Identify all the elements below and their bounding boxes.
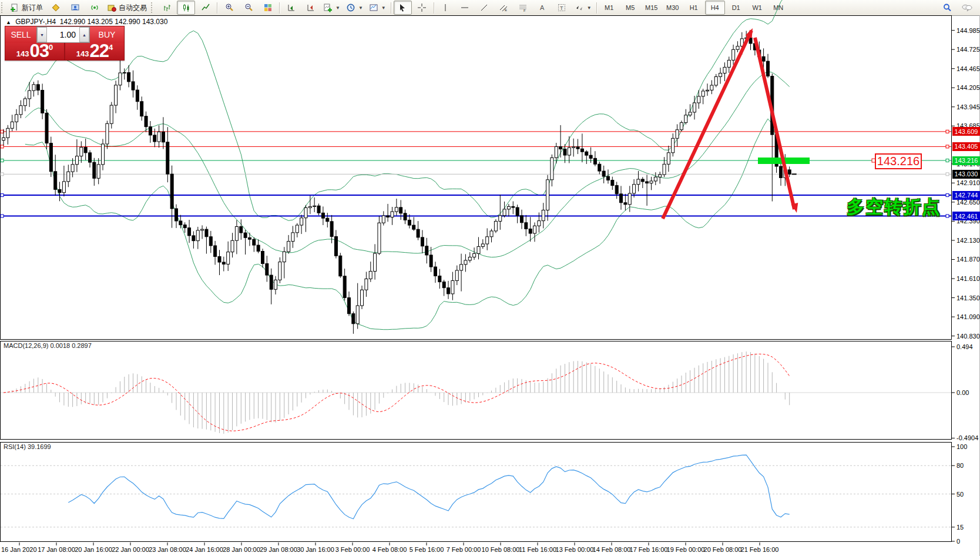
price-callout-label[interactable]: 143.216 xyxy=(875,153,922,169)
macd-tick: -0.4904 xyxy=(956,434,978,441)
price-tick: 143.945 xyxy=(956,103,980,110)
time-tick-label: 19 Feb 00:00 xyxy=(667,546,705,553)
time-tick-label: 22 Jan 00:00 xyxy=(112,546,149,553)
price-tag-143.405: 143.405 xyxy=(952,142,980,151)
chart-canvas[interactable] xyxy=(0,0,980,556)
price-tag-143.030: 143.030 xyxy=(952,170,980,179)
time-tick-label: 10 Feb 08:00 xyxy=(482,546,520,553)
chart-ohlc-line: ▲ GBPJPY-,H4 142.990 143.205 142.990 143… xyxy=(6,18,167,26)
mt4-window: 新订单 自动交易 xyxy=(0,0,980,556)
price-tick: 141.350 xyxy=(956,294,980,302)
rsi-tick: 80 xyxy=(956,462,964,469)
price-tag-142.744: 142.744 xyxy=(952,191,980,200)
macd-label: MACD(12,26,9) 0.0018 0.2897 xyxy=(4,342,92,349)
ohlc-values: 142.990 143.205 142.990 143.030 xyxy=(60,18,168,26)
price-tick: 140.830 xyxy=(956,333,980,340)
price-tag-143.216: 143.216 xyxy=(952,156,980,165)
collapse-panel-icon[interactable]: ▲ xyxy=(6,19,11,25)
macd-tick: 0.00 xyxy=(956,389,969,396)
buy-price-big: 22 xyxy=(89,43,108,59)
price-tick: 141.610 xyxy=(956,275,980,282)
buy-price-display[interactable]: 143 22 4 xyxy=(65,43,124,60)
time-tick-label: 11 Feb 16:00 xyxy=(519,546,556,553)
time-tick-label: 21 Feb 16:00 xyxy=(741,546,779,553)
price-tick: 141.870 xyxy=(956,256,980,263)
sell-price-big: 03 xyxy=(29,43,48,59)
sell-price-display[interactable]: 143 03 0 xyxy=(5,43,64,60)
pane-divider[interactable] xyxy=(0,440,952,442)
time-tick-label: 28 Jan 00:00 xyxy=(223,546,260,553)
rsi-label: RSI(14) 39.1699 xyxy=(4,443,51,450)
rsi-tick: 0 xyxy=(956,538,960,545)
price-tag-143.609: 143.609 xyxy=(952,127,980,136)
price-tick: 144.205 xyxy=(956,84,980,91)
price-tick: 144.985 xyxy=(956,27,980,34)
macd-tick: 0.494 xyxy=(956,343,973,350)
time-tick-label: 3 Feb 00:00 xyxy=(335,546,370,553)
time-tick-label: 20 Jan 16:00 xyxy=(75,546,112,553)
price-tick: 142.910 xyxy=(956,179,980,186)
buy-price-sup: 4 xyxy=(109,43,113,51)
sell-price-sup: 0 xyxy=(49,43,53,51)
time-tick-label: 4 Feb 08:00 xyxy=(372,546,407,553)
time-tick-label: 29 Jan 08:00 xyxy=(260,546,297,553)
volume-input[interactable]: 1.00 xyxy=(47,27,79,42)
pane-divider[interactable] xyxy=(0,339,952,341)
time-tick-label: 17 Feb 16:00 xyxy=(630,546,668,553)
rsi-tick: 100 xyxy=(956,443,967,450)
time-tick-label: 5 Feb 16:00 xyxy=(410,546,444,553)
time-tick-label: 30 Jan 16:00 xyxy=(297,546,334,553)
buy-price-prefix: 143 xyxy=(76,49,89,59)
sell-price-prefix: 143 xyxy=(16,49,29,59)
symbol-period-label: GBPJPY-,H4 xyxy=(15,18,56,26)
price-tick: 142.130 xyxy=(956,237,980,244)
price-tick: 141.090 xyxy=(956,313,980,320)
price-tick: 142.650 xyxy=(956,199,980,206)
time-tick-label: 14 Feb 08:00 xyxy=(593,546,631,553)
price-tag-142.461: 142.461 xyxy=(952,212,980,220)
rsi-tick: 50 xyxy=(956,491,964,498)
time-tick-label: 17 Jan 08:00 xyxy=(38,546,75,553)
time-tick-label: 13 Feb 00:00 xyxy=(556,546,594,553)
time-tick-label: 23 Jan 08:00 xyxy=(149,546,186,553)
price-tick: 144.725 xyxy=(956,46,980,53)
time-tick-label: 7 Feb 00:00 xyxy=(447,546,481,553)
volume-increase-button[interactable]: ▲ xyxy=(79,27,89,42)
time-tick-label: 24 Jan 16:00 xyxy=(186,546,223,553)
price-tick: 144.465 xyxy=(956,65,980,72)
time-tick-label: 20 Feb 08:00 xyxy=(704,546,742,553)
time-tick-label: 16 Jan 2020 xyxy=(1,546,37,553)
turning-point-annotation[interactable]: 多空转折点 xyxy=(847,195,941,219)
one-click-trading-panel: SELL ▼ 1.00 ▲ BUY 143 03 0 143 22 4 xyxy=(5,26,125,61)
rsi-tick: 15 xyxy=(956,524,964,531)
